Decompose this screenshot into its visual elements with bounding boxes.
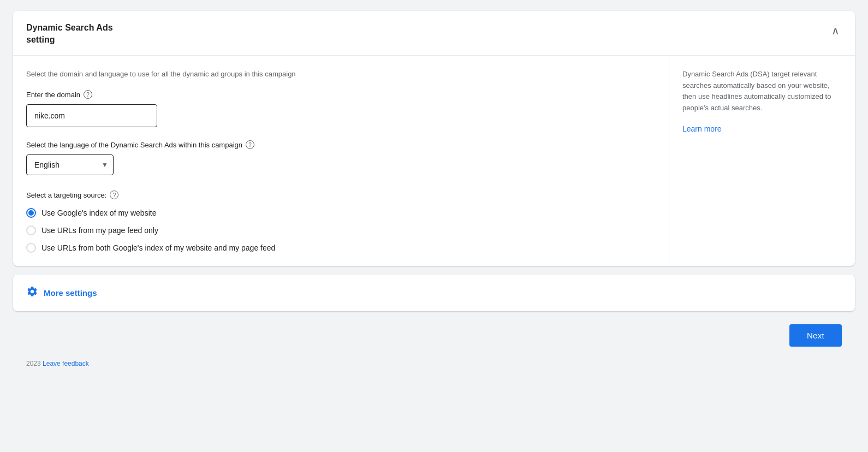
- collapse-icon[interactable]: ∧: [829, 22, 842, 39]
- targeting-help-icon[interactable]: ?: [110, 191, 118, 199]
- domain-field-label: Enter the domain ?: [26, 90, 656, 99]
- bottom-bar: Next: [13, 316, 855, 355]
- sidebar-description: Dynamic Search Ads (DSA) target relevant…: [682, 69, 842, 114]
- radio-page-feed-only[interactable]: Use URLs from my page feed only: [26, 225, 656, 235]
- language-help-icon[interactable]: ?: [246, 140, 254, 149]
- radio-circle-google-index: [26, 208, 36, 218]
- section-description: Select the domain and language to use fo…: [26, 69, 656, 80]
- language-select-wrapper: English French Spanish German Italian Po…: [26, 154, 114, 175]
- language-select[interactable]: English French Spanish German Italian Po…: [26, 154, 114, 175]
- targeting-source-label: Select a targeting source: ?: [26, 191, 656, 199]
- language-field-label: Select the language of the Dynamic Searc…: [26, 140, 656, 149]
- targeting-radio-group: Use Google's index of my website Use URL…: [26, 208, 656, 253]
- footer: 2023 Leave feedback: [13, 355, 855, 372]
- radio-circle-both: [26, 243, 36, 253]
- next-button[interactable]: Next: [789, 324, 842, 347]
- card-body: Select the domain and language to use fo…: [13, 56, 855, 266]
- radio-both[interactable]: Use URLs from both Google's index of my …: [26, 243, 656, 253]
- card-sidebar: Dynamic Search Ads (DSA) target relevant…: [669, 56, 855, 266]
- gear-icon: [26, 286, 38, 300]
- domain-input[interactable]: [26, 104, 157, 127]
- domain-help-icon[interactable]: ?: [84, 90, 92, 99]
- card-main-content: Select the domain and language to use fo…: [13, 56, 669, 266]
- radio-google-index[interactable]: Use Google's index of my website: [26, 208, 656, 218]
- more-settings-card[interactable]: More settings: [13, 275, 855, 311]
- leave-feedback-link[interactable]: Leave feedback: [43, 360, 89, 367]
- radio-circle-page-feed-only: [26, 225, 36, 235]
- dsa-settings-card: Dynamic Search Ads setting ∧ Select the …: [13, 11, 855, 266]
- more-settings-label: More settings: [44, 288, 97, 298]
- card-header: Dynamic Search Ads setting ∧: [13, 11, 855, 56]
- learn-more-link[interactable]: Learn more: [682, 124, 722, 133]
- card-title: Dynamic Search Ads setting: [26, 22, 113, 46]
